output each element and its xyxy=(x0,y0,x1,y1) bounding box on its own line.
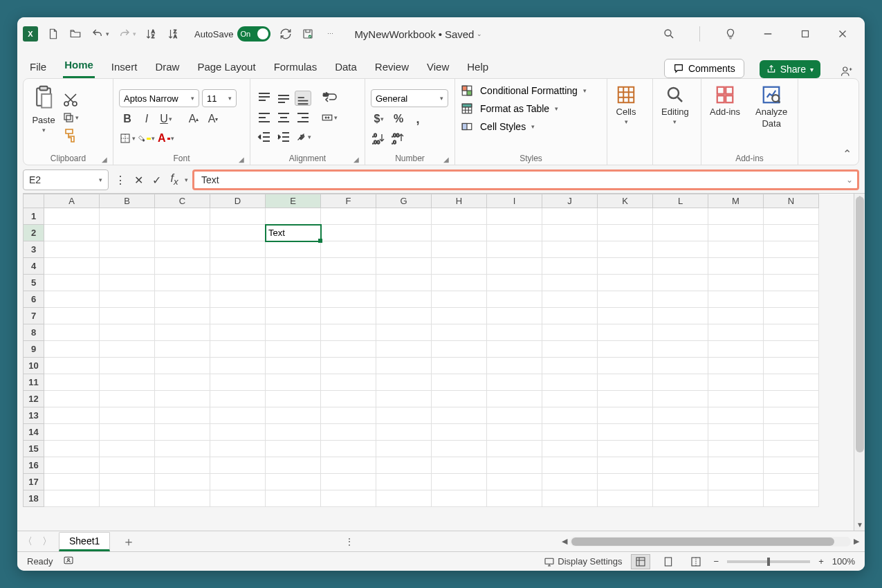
paste-button[interactable]: Paste▾ xyxy=(29,83,58,152)
cell-J5[interactable] xyxy=(542,275,598,291)
cell-G6[interactable] xyxy=(376,291,432,308)
cell-J4[interactable] xyxy=(542,258,598,275)
cell-D7[interactable] xyxy=(210,308,266,324)
cell-F13[interactable] xyxy=(321,407,376,424)
cell-J13[interactable] xyxy=(542,407,598,424)
cell-F5[interactable] xyxy=(321,275,376,291)
bold-button[interactable]: B xyxy=(119,111,136,127)
cell-D2[interactable] xyxy=(210,225,266,241)
cell-L3[interactable] xyxy=(653,241,708,258)
normal-view-icon[interactable] xyxy=(631,554,650,569)
cell-A11[interactable] xyxy=(44,374,100,391)
cell-L5[interactable] xyxy=(653,275,708,291)
percent-format-icon[interactable]: % xyxy=(390,111,407,127)
cell-K7[interactable] xyxy=(598,308,653,324)
cell-C9[interactable] xyxy=(155,341,210,358)
sheet-next-icon[interactable]: 〉 xyxy=(42,535,52,548)
zoom-slider[interactable] xyxy=(727,560,810,563)
cell-A2[interactable] xyxy=(44,225,100,241)
cell-H4[interactable] xyxy=(432,258,487,275)
select-all-corner[interactable] xyxy=(24,194,44,208)
accounting-format-icon[interactable]: $▾ xyxy=(371,111,387,127)
cell-L13[interactable] xyxy=(653,407,708,424)
cell-I18[interactable] xyxy=(487,490,542,507)
cell-I4[interactable] xyxy=(487,258,542,275)
cell-J11[interactable] xyxy=(542,374,598,391)
merge-center-icon[interactable]: ▾ xyxy=(321,110,338,125)
sheet-prev-icon[interactable]: 〈 xyxy=(23,535,33,548)
cell-A16[interactable] xyxy=(44,457,100,474)
cell-B17[interactable] xyxy=(100,474,155,490)
cell-H11[interactable] xyxy=(432,374,487,391)
col-header-G[interactable]: G xyxy=(376,194,432,208)
cell-G3[interactable] xyxy=(376,241,432,258)
cell-K1[interactable] xyxy=(598,208,653,225)
cell-K11[interactable] xyxy=(598,374,653,391)
cell-N5[interactable] xyxy=(764,275,819,291)
zoom-in-button[interactable]: + xyxy=(818,556,824,567)
row-header-18[interactable]: 18 xyxy=(24,490,44,507)
cell-L10[interactable] xyxy=(653,358,708,374)
conditional-formatting-button[interactable]: Conditional Formatting▾ xyxy=(461,84,601,97)
cell-C2[interactable] xyxy=(155,225,210,241)
cell-A17[interactable] xyxy=(44,474,100,490)
row-header-7[interactable]: 7 xyxy=(24,308,44,324)
cell-E7[interactable] xyxy=(266,308,321,324)
cell-C17[interactable] xyxy=(155,474,210,490)
align-middle-icon[interactable] xyxy=(275,91,292,106)
cell-B16[interactable] xyxy=(100,457,155,474)
cell-H17[interactable] xyxy=(432,474,487,490)
cell-L15[interactable] xyxy=(653,441,708,457)
cell-K5[interactable] xyxy=(598,275,653,291)
cell-N4[interactable] xyxy=(764,258,819,275)
cell-E18[interactable] xyxy=(266,490,321,507)
cell-L8[interactable] xyxy=(653,324,708,341)
vertical-scrollbar[interactable]: ▲ ▼ xyxy=(854,194,865,531)
cell-B15[interactable] xyxy=(100,441,155,457)
cell-G18[interactable] xyxy=(376,490,432,507)
cell-C7[interactable] xyxy=(155,308,210,324)
cell-C12[interactable] xyxy=(155,391,210,407)
tab-page-layout[interactable]: Page Layout xyxy=(196,57,257,78)
cell-M18[interactable] xyxy=(708,490,764,507)
cell-K10[interactable] xyxy=(598,358,653,374)
grow-font-icon[interactable]: A▴ xyxy=(185,111,202,127)
cell-N2[interactable] xyxy=(764,225,819,241)
cell-M9[interactable] xyxy=(708,341,764,358)
cell-N10[interactable] xyxy=(764,358,819,374)
cell-C1[interactable] xyxy=(155,208,210,225)
row-header-17[interactable]: 17 xyxy=(24,474,44,490)
new-file-icon[interactable] xyxy=(46,27,60,41)
search-icon[interactable] xyxy=(659,24,679,44)
cell-B8[interactable] xyxy=(100,324,155,341)
cell-D10[interactable] xyxy=(210,358,266,374)
font-color-icon[interactable]: A▾ xyxy=(158,131,174,146)
cell-C14[interactable] xyxy=(155,424,210,441)
cell-A6[interactable] xyxy=(44,291,100,308)
scroll-down-icon[interactable]: ▼ xyxy=(854,521,865,531)
row-header-6[interactable]: 6 xyxy=(24,291,44,308)
cell-G17[interactable] xyxy=(376,474,432,490)
cell-B7[interactable] xyxy=(100,308,155,324)
scroll-left-icon[interactable]: ◀ xyxy=(562,537,567,546)
cell-E17[interactable] xyxy=(266,474,321,490)
increase-decimal-icon[interactable]: .0.00 xyxy=(371,131,387,146)
cell-N12[interactable] xyxy=(764,391,819,407)
cell-J7[interactable] xyxy=(542,308,598,324)
cell-L12[interactable] xyxy=(653,391,708,407)
cell-G14[interactable] xyxy=(376,424,432,441)
cell-I1[interactable] xyxy=(487,208,542,225)
save-icon[interactable] xyxy=(301,27,315,41)
cell-M6[interactable] xyxy=(708,291,764,308)
cell-G12[interactable] xyxy=(376,391,432,407)
cell-I11[interactable] xyxy=(487,374,542,391)
cell-G11[interactable] xyxy=(376,374,432,391)
cell-F1[interactable] xyxy=(321,208,376,225)
maximize-icon[interactable] xyxy=(796,24,815,44)
col-header-N[interactable]: N xyxy=(764,194,819,208)
cell-C15[interactable] xyxy=(155,441,210,457)
cell-H13[interactable] xyxy=(432,407,487,424)
cell-M12[interactable] xyxy=(708,391,764,407)
namebox-menu-icon[interactable]: ⋮ xyxy=(113,172,128,187)
cell-D17[interactable] xyxy=(210,474,266,490)
